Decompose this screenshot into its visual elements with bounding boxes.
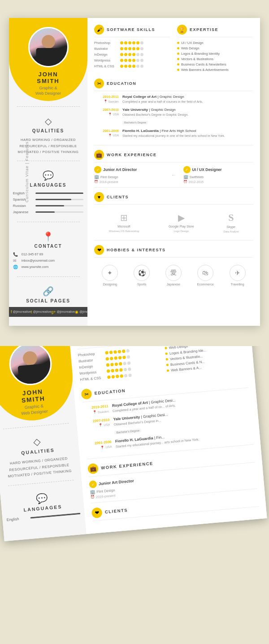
education-icon: ✂ [94,79,104,88]
social-twitter: t @jimcreative [31,310,51,314]
work-experience-header: 💼 WORK EXPERIENCE [94,150,253,162]
contact-website: 🌐 www.yoursite.com [13,265,84,269]
hobbies-row: ✦ Designing ⚽ Sports 愛 Japanese 🛍 Ecomme… [94,261,253,290]
lang-english: English [13,191,84,195]
edu-row-1: 2010-2011 📍Sweden Royal College of Art |… [94,95,253,104]
right-column-2: 🖌 SO... Photoshop Illustrator [69,346,267,534]
list-item: Vectors & Illustrations [177,57,253,61]
sports-icon: ⚽ [134,265,150,281]
languages-table-2: English [6,511,81,524]
chat-icon-2: 💬 [35,491,48,504]
skills-partial-2: 🖌 SO... Photoshop Illustrator [76,346,160,384]
building-icon-1: 🏢 [94,175,99,179]
divider-3 [17,222,80,222]
skill-illustrator: Illustrator [94,47,170,51]
contact-phone: 📞 012-345 67 89 [13,252,84,257]
left-column: JOHN SMITH Graphic &Web Designer ◇ QUALI… [9,18,87,326]
check-icon-2: ✓ [183,166,191,173]
avatar [28,27,69,67]
languages-title: LANGUAGES [30,183,67,188]
list-item: Web Design [177,46,253,50]
diamond-icon-2: ◇ [33,435,41,447]
expertise-icon: 🏆 [177,25,187,35]
clock-icon-2: ⏰ [183,180,187,184]
expertise-list: UI / UX Design Web Design Logos & Brandi… [177,41,253,72]
social-gplus: g+ @jimcreative [51,310,75,314]
lang-russian: Russian [13,204,84,208]
languages-table: English Spanish Russian Japanese [13,191,84,216]
hobby-designing: ✦ Designing [102,265,118,286]
last-name: SMITH [35,78,61,84]
education-section: ✂ EDUCATION 2010-2011 📍Sweden Royal Coll… [94,79,253,145]
work-item-2: ✓ UI / UX Designer 🏢 SwiftWeb ⏰ 2012-201… [183,166,254,184]
expertise-title: EXPERTISE [190,27,218,32]
clients-header: ♥ CLIENTS [94,192,253,205]
client-skype: S Skype Data Analyst [223,212,239,233]
skill-photoshop: Photoshop [94,41,170,45]
skill-indesign: InDesign [94,53,170,57]
education-icon-2: ✂ [81,388,92,399]
contact-email: ✉ inbox@youremail.com [13,258,84,263]
lang-spanish: Spanish [13,197,84,202]
profile-header-2: JOHN SMITH Graphic &Web Designer [0,346,76,424]
check-icon-1: ✓ [94,166,101,173]
skype-logo: S [228,212,234,223]
software-skills-section: 🖌 SOFTWARE SKILLS Photoshop Illustrator [94,25,170,73]
side-label: Curriculum Vitae | Features [25,141,29,202]
skills-icon: 🖌 [94,25,104,35]
work-experience-section: 💼 WORK EXPERIENCE ✓ Junior Art Director … [94,150,253,188]
arrow-divider: ← [171,172,177,178]
ecommerce-icon: 🛍 [197,265,213,281]
education-header: ✂ EDUCATION [94,79,253,91]
card2-wrapper: JOHN SMITH Graphic &Web Designer ◇ QUALI… [0,346,269,644]
hobby-travelling: ✈ Travelling [230,265,246,286]
hobby-ecommerce: 🛍 Ecommerce [197,265,214,286]
phone-icon: 📞 [13,252,19,257]
location-icon: 📍 [43,231,54,242]
work-items-row: ✓ Junior Art Director 🏢 Flint Design ⏰ 2… [94,166,253,184]
list-item: Web Banners & Advertisements [177,68,253,72]
clients-row: ⊞ Microsoft Windows OS Rebranding ▶ Goog… [94,208,253,237]
hobbies-title: HOBBIES & INTERESTS [107,248,166,252]
contact-title: CONTACT [34,244,62,249]
skills-expertise-row: 🖌 SOFTWARE SKILLS Photoshop Illustrator [94,25,253,73]
edu-row-2: 2007-2010 📍USA Yale University | Graphic… [94,108,253,125]
lang-english-2: English [6,511,81,522]
clock-icon-1: ⏰ [94,180,98,184]
divider-1 [17,106,80,107]
work-icon-2: 💼 [87,463,99,474]
social-facebook: f @jimcreative [11,310,31,314]
software-skills-header: 🖌 SOFTWARE SKILLS [94,25,170,37]
check-icon-3: ✓ [89,480,97,488]
resume-card-1: Curriculum Vitae | Features JOHN SMITH G… [9,18,260,326]
profile-header: JOHN SMITH Graphic &Web Designer [9,18,87,101]
twitter-icon: t [31,310,32,314]
web-icon: 🌐 [13,265,19,269]
list-item: Logos & Branding Identity [177,52,253,56]
languages-title-2: LANGUAGES [23,504,62,512]
travel-icon: ✈ [230,265,246,281]
play-store-logo: ▶ [178,212,185,223]
hobbies-icon: ❤ [94,245,104,255]
qualities-text-2: HARD WORKING / ORGANIZED RESOURCEFUL / R… [2,455,77,480]
link-icon: 🔗 [43,286,54,297]
expertise-partial-2: UI / UX D... Web Design Logos & Branding… [163,346,247,376]
work-icon: 💼 [94,150,104,160]
right-column: 🖌 SOFTWARE SKILLS Photoshop Illustrator [87,18,260,326]
list-item: UI / UX Design [177,41,253,45]
software-skills-title: SOFTWARE SKILLS [107,27,155,32]
clients-section: ♥ CLIENTS ⊞ Microsoft Windows OS Rebrand… [94,192,253,241]
work-experience-title: WORK EXPERIENCE [107,153,157,157]
facebook-icon: f [11,310,12,314]
building-icon-2: 🏢 [183,175,188,179]
expertise-header: 🏆 EXPERTISE [177,25,253,37]
clients-icon-2: ❤ [91,507,103,518]
social-title: SOCIAL PAGES [26,298,70,303]
expertise-section: 🏆 EXPERTISE UI / UX Design Web Design Lo… [177,25,253,73]
skills-icon-2: 🖌 [76,346,87,346]
work-item-1: ✓ Junior Art Director 🏢 Flint Design ⏰ 2… [94,166,165,184]
contact-list: 📞 012-345 67 89 ✉ inbox@youremail.com 🌐 … [13,252,84,271]
client-google-play: ▶ Google Play Store Logo Design [169,212,194,232]
education-title: EDUCATION [107,81,136,86]
job-title-2: Graphic &Web Designer [20,403,48,417]
